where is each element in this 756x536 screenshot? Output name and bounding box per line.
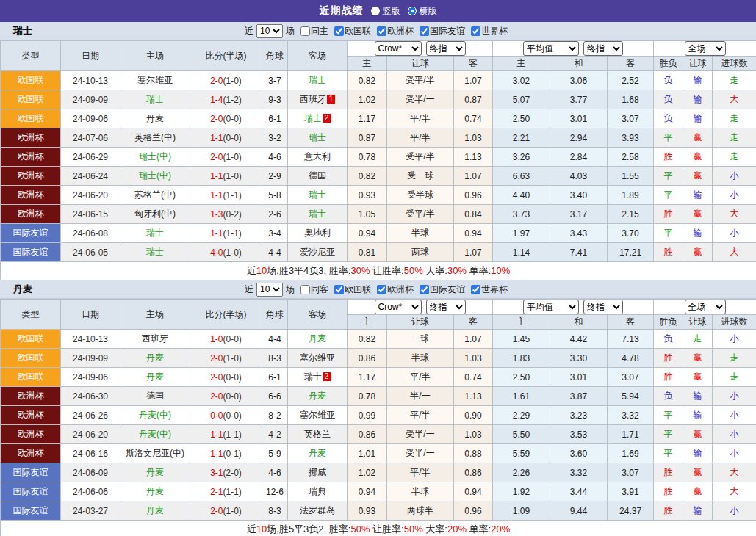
section-header: 瑞士 近 10 场 同主 欧国联 欧洲杯 国际友谊 世界杯 [0, 22, 756, 40]
avg-home-odds: 1.61 [493, 387, 550, 406]
match-row: 国际友谊24-06-08瑞士1-1(1-1)3-4奥地利0.94半球0.941.… [1, 224, 756, 243]
near-label: 近 [245, 283, 253, 296]
result-handicap: 赢 [683, 463, 713, 482]
league-nl-checkbox[interactable] [334, 26, 344, 36]
league-filter-nl[interactable]: 欧国联 [330, 283, 371, 296]
halftime-score: (1-0) [223, 353, 242, 363]
fulltime-score: 2-1 [210, 487, 223, 497]
same-venue-checkbox[interactable] [300, 285, 310, 294]
avg-draw-odds: 4.03 [550, 167, 608, 186]
odds-time-select[interactable]: 终指 [426, 300, 466, 314]
result-goals: 大 [713, 243, 756, 262]
avg-away-odds: 24.37 [608, 501, 654, 521]
match-scope-select[interactable]: 全场 [685, 300, 726, 314]
match-date: 24-07-06 [61, 128, 120, 148]
odds-company-select[interactable]: Crow* [375, 41, 422, 56]
handicap-home-odds: 0.82 [348, 330, 387, 349]
league-filter-euro[interactable]: 欧洲杯 [372, 283, 414, 296]
halftime-score: (1-1) [223, 430, 242, 440]
result-handicap: 输 [683, 444, 713, 463]
league-friendly-checkbox[interactable] [420, 26, 429, 36]
col-date: 日期 [61, 41, 120, 71]
match-row: 欧洲杯24-06-30德国2-0(0-0)6-6丹麦0.78半/一1.131.6… [1, 387, 756, 406]
league-nl-label: 欧国联 [345, 25, 371, 37]
league-filter-worldcup[interactable]: 世界杯 [467, 283, 508, 296]
odds-time-select[interactable]: 终指 [426, 41, 466, 56]
radio-unchecked-icon[interactable] [371, 7, 380, 15]
league-nl-checkbox[interactable] [334, 285, 344, 294]
handicap-home-odds: 1.02 [348, 90, 387, 109]
avg-time-select[interactable]: 终指 [583, 41, 623, 56]
home-team-name: 丹麦 [146, 467, 164, 477]
home-team: 西班牙 [120, 330, 190, 349]
result-wdl: 胜 [654, 463, 683, 482]
away-team-name: 丹麦 [309, 448, 326, 458]
corner-score: 6-6 [262, 387, 288, 406]
corner-score: 12-6 [262, 482, 288, 501]
handicap-away-odds: 0.96 [454, 186, 493, 205]
away-team: 意大利 [288, 148, 348, 167]
handicap-line: 受半球 [387, 186, 454, 205]
home-team-name: 苏格兰(中) [134, 189, 176, 200]
col-hcap-line: 让球 [387, 315, 454, 330]
halftime-score: (0-0) [223, 410, 242, 421]
handicap-home-odds: 1.02 [348, 463, 387, 482]
handicap-home-odds: 0.78 [348, 148, 387, 167]
avg-odds-select[interactable]: 平均值 [523, 300, 579, 314]
league-filter-euro[interactable]: 欧洲杯 [372, 25, 414, 37]
result-wdl: 胜 [654, 205, 683, 224]
league-worldcup-label: 世界杯 [481, 25, 508, 37]
league-type-badge: 欧国联 [1, 349, 61, 368]
league-filter-nl[interactable]: 欧国联 [330, 25, 371, 37]
handicap-line: 受半/一 [387, 425, 454, 444]
layout-vertical-option[interactable]: 竖版 [371, 5, 400, 18]
match-scope-select[interactable]: 全场 [685, 41, 726, 56]
col-hcap-home: 主 [348, 315, 387, 330]
same-venue-filter[interactable]: 同主 [296, 25, 328, 37]
league-type-badge: 欧洲杯 [1, 387, 61, 406]
halftime-score: (1-1) [223, 228, 242, 239]
layout-horizontal-option[interactable]: 横版 [408, 5, 437, 18]
league-friendly-checkbox[interactable] [420, 285, 429, 294]
europe-odds-group: 平均值终指 [493, 41, 654, 57]
league-euro-checkbox[interactable] [377, 285, 386, 294]
avg-home-odds: 3.73 [493, 205, 550, 224]
recent-count-select[interactable]: 10 [256, 24, 283, 38]
avg-odds-select[interactable]: 平均值 [523, 41, 579, 56]
handicap-home-odds: 0.94 [348, 224, 387, 243]
league-filter-friendly[interactable]: 国际友谊 [415, 25, 465, 37]
recent-count-select[interactable]: 10 [256, 283, 283, 297]
col-home: 主场 [120, 41, 190, 71]
avg-time-select[interactable]: 终指 [583, 300, 623, 314]
handicap-line: 平/半 [387, 368, 454, 387]
same-venue-checkbox[interactable] [300, 26, 310, 36]
handicap-home-odds: 0.86 [348, 425, 387, 444]
home-team: 苏格兰(中) [120, 186, 190, 205]
league-worldcup-checkbox[interactable] [471, 285, 480, 294]
away-team-name: 瑞典 [309, 486, 326, 496]
avg-away-odds: 3.93 [608, 128, 654, 148]
col-avg-away: 客 [608, 315, 654, 330]
corner-score: 4-6 [262, 148, 288, 167]
league-filter-worldcup[interactable]: 世界杯 [467, 25, 508, 37]
handicap-away-odds: 0.94 [454, 482, 493, 501]
avg-away-odds: 3.70 [608, 224, 654, 243]
league-worldcup-checkbox[interactable] [471, 26, 480, 36]
handicap-home-odds: 0.93 [348, 501, 387, 521]
avg-away-odds: 3.07 [608, 109, 654, 128]
league-filter-friendly[interactable]: 国际友谊 [415, 283, 465, 296]
league-euro-checkbox[interactable] [377, 26, 386, 36]
avg-draw-odds: 9.44 [550, 501, 608, 521]
home-team-name: 丹麦 [146, 372, 164, 382]
same-venue-label: 同主 [311, 25, 328, 37]
odds-company-select[interactable]: Crow* [375, 300, 422, 314]
home-team: 丹麦 [120, 368, 190, 387]
same-venue-filter[interactable]: 同客 [296, 283, 328, 296]
radio-checked-icon[interactable] [408, 7, 417, 15]
handicap-line: 受半/一 [387, 90, 454, 109]
handicap-away-odds: 1.03 [454, 425, 493, 444]
result-wdl: 负 [654, 330, 683, 349]
home-team-name: 英格兰(中) [134, 132, 176, 142]
halftime-score: (0-0) [223, 334, 242, 344]
avg-home-odds: 3.02 [493, 71, 550, 90]
